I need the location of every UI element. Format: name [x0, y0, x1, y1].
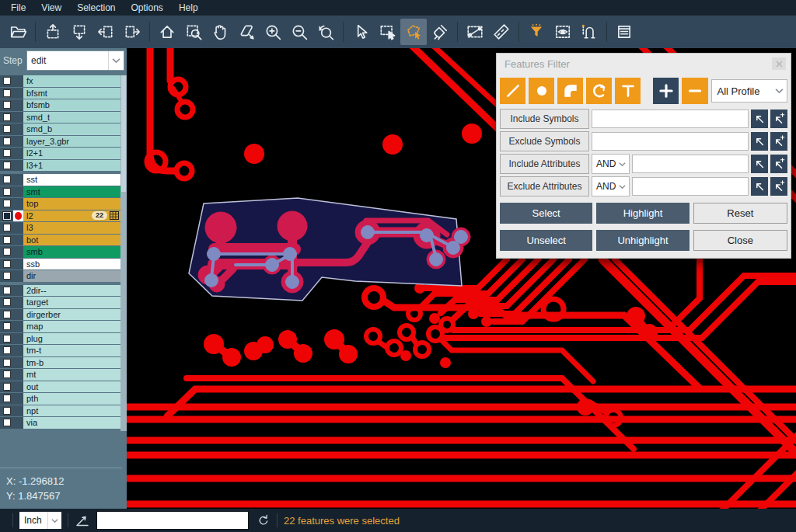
menu-file[interactable]: File	[3, 1, 33, 16]
layer-row-pth[interactable]: pth	[0, 393, 120, 405]
layer-active-indicator[interactable]	[13, 321, 23, 332]
include-attributes-operator-select[interactable]: AND	[592, 154, 630, 174]
layer-row-out[interactable]: out	[0, 381, 120, 393]
layer-visibility-checkbox[interactable]	[0, 198, 13, 210]
pick-attribute-button[interactable]	[751, 155, 768, 173]
layer-row-smd_t[interactable]: smd_t	[0, 112, 120, 123]
layer-active-indicator[interactable]	[13, 381, 23, 393]
pick-attribute-add-button[interactable]	[770, 155, 787, 173]
step-select[interactable]: edit	[26, 50, 124, 71]
exclude-symbols-input[interactable]	[592, 132, 749, 151]
layer-row-dir[interactable]: dir	[0, 270, 120, 282]
layer-visibility-checkbox[interactable]	[0, 321, 13, 332]
layer-active-indicator[interactable]	[13, 186, 23, 198]
layer-active-indicator[interactable]	[13, 393, 23, 405]
pan-button[interactable]	[207, 19, 233, 45]
layer-active-indicator[interactable]	[13, 405, 23, 417]
layer-row-l3[interactable]: l3	[0, 222, 120, 234]
layer-active-indicator[interactable]	[13, 357, 23, 369]
layer-visibility-checkbox[interactable]	[0, 148, 13, 159]
pick-attribute-add-button[interactable]	[770, 177, 787, 196]
reset-button[interactable]: Reset	[693, 203, 787, 224]
view-right-button[interactable]	[119, 19, 145, 45]
refresh-icon[interactable]	[257, 513, 271, 527]
layer-row-bfsmb[interactable]: bfsmb	[0, 99, 120, 111]
ruler-button[interactable]	[488, 19, 515, 45]
layer-row-mt[interactable]: mt	[0, 369, 120, 381]
layer-row-map[interactable]: map	[0, 321, 120, 332]
snap-button[interactable]	[576, 19, 602, 45]
layer-active-indicator[interactable]	[13, 333, 23, 345]
layer-row-bfsmt[interactable]: bfsmt	[0, 88, 120, 99]
layer-visibility-checkbox[interactable]	[0, 75, 13, 87]
filter-arc-button[interactable]	[586, 78, 612, 104]
layer-visibility-checkbox[interactable]	[0, 222, 13, 234]
open-button[interactable]	[5, 19, 31, 45]
layer-row-target[interactable]: target	[0, 297, 120, 308]
layer-active-indicator[interactable]	[13, 297, 23, 308]
layer-active-indicator[interactable]	[13, 123, 23, 135]
zoom-window-button[interactable]	[180, 19, 207, 45]
layer-row-top[interactable]: top	[0, 198, 120, 210]
layer-visibility-checkbox[interactable]	[0, 160, 13, 172]
exclude-attributes-operator-select[interactable]: AND	[592, 176, 630, 196]
pick-symbol-button[interactable]	[751, 110, 768, 128]
unselect-button[interactable]: Unselect	[500, 230, 592, 251]
layer-active-indicator[interactable]	[13, 148, 23, 159]
select-rectangle-button[interactable]	[374, 19, 400, 45]
exclude-symbols-button[interactable]: Exclude Symbols	[500, 131, 589, 151]
layer-active-indicator[interactable]	[13, 270, 23, 282]
layer-active-indicator[interactable]	[13, 75, 23, 87]
view-up-button[interactable]	[40, 19, 66, 45]
layer-row-sst[interactable]: sst	[0, 174, 120, 186]
filter-pad-button[interactable]	[529, 78, 554, 104]
layer-row-bot[interactable]: bot	[0, 235, 120, 246]
view-down-button[interactable]	[66, 19, 93, 45]
filter-surface-button[interactable]	[557, 78, 583, 104]
scrollbar-thumb[interactable]	[121, 75, 126, 192]
clean-button[interactable]	[427, 19, 453, 45]
layer-visibility-checkbox[interactable]	[0, 297, 13, 308]
layer-visibility-checkbox[interactable]	[0, 123, 13, 135]
layer-row-dirgerber[interactable]: dirgerber	[0, 309, 120, 321]
layer-active-indicator[interactable]	[13, 222, 23, 234]
layer-row-smd_b[interactable]: smd_b	[0, 123, 120, 135]
layer-row-smb[interactable]: smb	[0, 246, 120, 258]
layer-visibility-checkbox[interactable]	[0, 246, 13, 258]
home-view-button[interactable]	[154, 19, 180, 45]
layer-visibility-checkbox[interactable]	[0, 99, 13, 111]
menu-selection[interactable]: Selection	[69, 1, 123, 16]
layer-visibility-checkbox[interactable]	[0, 333, 13, 345]
menu-help[interactable]: Help	[171, 1, 206, 16]
layer-visibility-checkbox[interactable]	[0, 270, 13, 282]
layer-visibility-checkbox[interactable]	[0, 210, 13, 222]
zoom-out-button[interactable]	[286, 19, 312, 45]
pick-symbol-add-button[interactable]	[770, 110, 787, 128]
zoom-in-button[interactable]	[260, 19, 286, 45]
layer-row-layer_3.gbr[interactable]: layer_3.gbr	[0, 136, 120, 148]
layer-list-scrollbar[interactable]	[120, 75, 127, 431]
pick-symbol-button[interactable]	[751, 132, 768, 151]
layer-row-l2+1[interactable]: l2+1	[0, 148, 120, 159]
angle-measure-icon[interactable]	[75, 513, 90, 528]
layer-active-indicator[interactable]	[13, 160, 23, 172]
command-input[interactable]	[96, 511, 249, 530]
filter-add-button[interactable]	[653, 78, 679, 104]
close-button[interactable]: Close	[693, 230, 787, 251]
filter-remove-button[interactable]	[682, 78, 707, 104]
layer-row-plug[interactable]: plug	[0, 333, 120, 345]
select-button[interactable]: Select	[500, 203, 592, 224]
measure-line-button[interactable]	[462, 19, 488, 45]
filter-line-button[interactable]	[500, 78, 525, 104]
unit-select[interactable]: Inch	[19, 512, 61, 529]
features-filter-button[interactable]	[523, 19, 550, 45]
layer-active-indicator[interactable]	[13, 369, 23, 381]
layer-row-ssb[interactable]: ssb	[0, 259, 120, 270]
layer-active-indicator[interactable]	[13, 235, 23, 246]
layer-row-tm-t[interactable]: tm-t	[0, 345, 120, 356]
layer-active-indicator[interactable]	[13, 285, 23, 297]
layer-active-indicator[interactable]	[13, 99, 23, 111]
layer-row-npt[interactable]: npt	[0, 405, 120, 417]
layer-active-indicator[interactable]	[13, 112, 23, 123]
layer-visibility-checkbox[interactable]	[0, 235, 13, 246]
